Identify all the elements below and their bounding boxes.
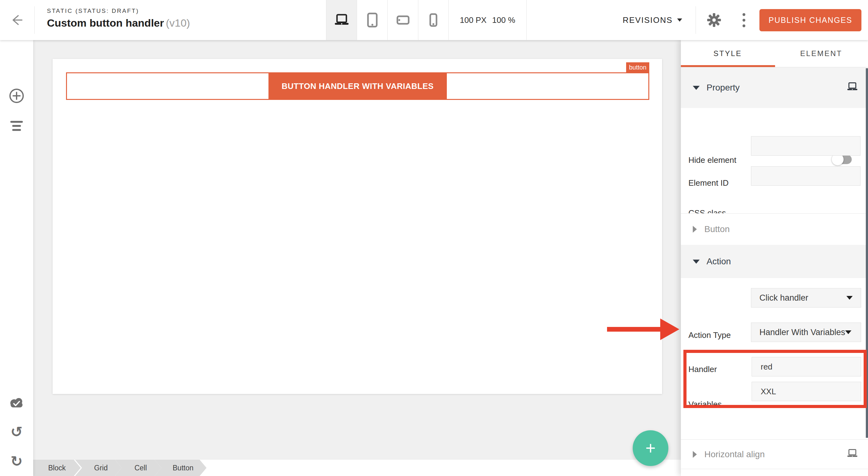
- back-arrow-icon[interactable]: [9, 12, 24, 28]
- chevron-down-icon: [845, 330, 851, 334]
- panel-tabs: STYLE ELEMENT: [681, 40, 868, 67]
- app-root: STATIC (STATUS: DRAFT) Custom button han…: [0, 0, 868, 476]
- viewport-readout: 100 PX 100 %: [449, 0, 527, 40]
- device-laptop-button[interactable]: [326, 0, 357, 40]
- breadcrumb-item-grid[interactable]: Grid: [75, 460, 122, 476]
- phone-portrait-icon: [429, 13, 437, 27]
- device-tablet-button[interactable]: [357, 0, 388, 40]
- top-bar: STATIC (STATUS: DRAFT) Custom button han…: [0, 0, 868, 40]
- chevron-right-icon: [693, 226, 697, 233]
- page-title: Custom button handler(v10): [47, 17, 190, 29]
- tablet-portrait-icon: [367, 12, 378, 28]
- handler-value: Handler With Variables: [760, 328, 845, 337]
- section-header-property[interactable]: Property: [681, 67, 868, 108]
- editor-canvas: BUTTON HANDLER WITH VARIABLES button Blo…: [33, 40, 681, 476]
- device-phone-portrait-button[interactable]: [418, 0, 449, 40]
- variable-input-2[interactable]: [752, 382, 861, 401]
- handler-select[interactable]: Handler With Variables: [751, 323, 861, 342]
- publish-changes-button[interactable]: PUBLISH CHANGES: [760, 9, 861, 31]
- action-type-select[interactable]: Click handler: [751, 288, 861, 307]
- selected-element-outline: BUTTON HANDLER WITH VARIABLES: [66, 72, 649, 100]
- page-version: (v10): [166, 17, 190, 29]
- section-title: Property: [707, 83, 740, 93]
- breadcrumb-bar: Block Grid Cell Button: [33, 460, 681, 476]
- breadcrumb-item-block[interactable]: Block: [33, 460, 81, 476]
- chevron-down-icon: [693, 86, 700, 90]
- hide-element-label: Hide element: [688, 155, 736, 165]
- tab-style[interactable]: STYLE: [681, 40, 774, 67]
- panel-scrollbar[interactable]: [866, 68, 868, 438]
- breadcrumb-item-button[interactable]: Button: [155, 460, 207, 476]
- section-divider: [681, 469, 868, 469]
- tab-element[interactable]: ELEMENT: [774, 40, 868, 67]
- revisions-dropdown[interactable]: REVISIONS: [623, 0, 682, 40]
- element-id-label: Element ID: [688, 178, 729, 188]
- handler-label: Handler: [688, 364, 717, 374]
- element-id-input[interactable]: [751, 136, 861, 156]
- laptop-icon: [334, 13, 350, 27]
- chevron-right-icon: [693, 451, 697, 458]
- style-panel: STYLE ELEMENT Property Hide element Elem…: [681, 40, 868, 476]
- device-phone-landscape-button[interactable]: [388, 0, 418, 40]
- redo-icon[interactable]: ↻: [11, 454, 23, 469]
- header-divider: [695, 6, 696, 34]
- section-header-action[interactable]: Action: [681, 245, 868, 278]
- layers-icon[interactable]: [10, 120, 24, 133]
- hide-element-toggle[interactable]: [833, 155, 852, 164]
- canvas-button-element[interactable]: BUTTON HANDLER WITH VARIABLES: [269, 73, 447, 99]
- section-title: Horizontal align: [704, 449, 765, 459]
- variable-input-1[interactable]: [752, 357, 861, 377]
- kebab-menu-icon[interactable]: [739, 12, 748, 28]
- css-class-input[interactable]: [751, 166, 861, 186]
- section-header-button[interactable]: Button: [681, 214, 868, 245]
- chevron-down-icon: [846, 296, 852, 300]
- action-type-value: Click handler: [760, 293, 808, 303]
- phone-landscape-icon: [397, 16, 410, 25]
- header-divider: [34, 6, 35, 34]
- section-title: Action: [707, 257, 731, 267]
- revisions-label: REVISIONS: [623, 16, 673, 25]
- viewport-size: 100 PX: [460, 16, 486, 25]
- active-tab-underline: [681, 65, 775, 67]
- cloud-check-icon[interactable]: [9, 397, 24, 410]
- breadcrumb-item-cell[interactable]: Cell: [115, 460, 161, 476]
- add-element-icon[interactable]: [8, 88, 25, 105]
- section-title: Button: [704, 224, 730, 234]
- add-fab-button[interactable]: +: [633, 430, 669, 466]
- variables-label: Variables: [688, 399, 721, 409]
- gear-icon[interactable]: [707, 12, 721, 28]
- laptop-icon: [847, 448, 858, 460]
- status-label: STATIC (STATUS: DRAFT): [47, 7, 190, 14]
- device-preview-group: [326, 0, 449, 40]
- viewport-zoom: 100 %: [492, 16, 515, 25]
- element-type-tag: button: [626, 62, 649, 73]
- action-type-label: Action Type: [688, 330, 731, 340]
- undo-icon[interactable]: ↺: [11, 425, 23, 439]
- laptop-icon: [847, 82, 858, 94]
- page-preview: BUTTON HANDLER WITH VARIABLES button: [53, 59, 662, 394]
- chevron-down-icon: [677, 19, 682, 22]
- title-block: STATIC (STATUS: DRAFT) Custom button han…: [47, 7, 190, 29]
- chevron-down-icon: [693, 260, 700, 264]
- left-toolbar: ↺ ↻: [0, 40, 33, 476]
- page-title-text: Custom button handler: [47, 17, 164, 29]
- section-header-horizontal-align[interactable]: Horizontal align: [681, 440, 868, 469]
